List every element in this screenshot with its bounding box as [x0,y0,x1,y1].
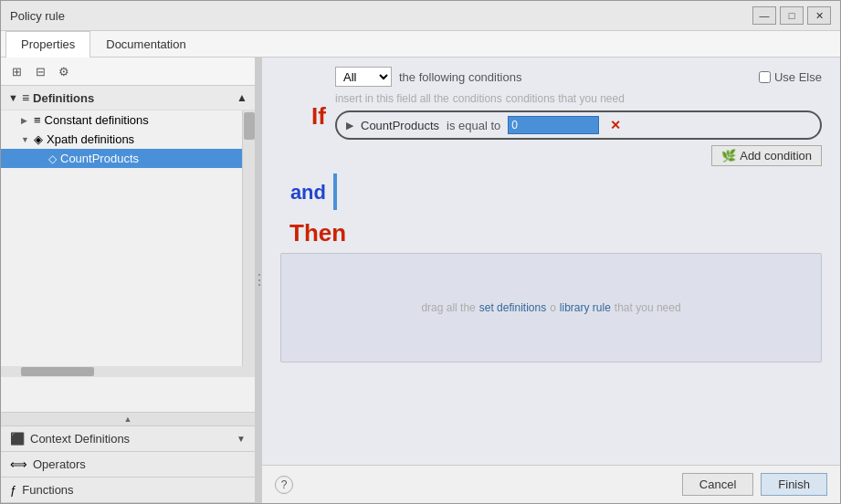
list-icon: ≡ [34,113,41,127]
context-definitions-label: Context Definitions [30,432,130,446]
if-keyword: If [280,102,326,131]
definitions-header: ▼ ≡ Definitions ▲ [1,86,255,110]
policy-rule-window: Policy rule — □ ✕ Properties Documentati… [0,0,841,504]
add-condition-row: 🌿 Add condition [335,145,822,166]
window-controls: — □ ✕ [752,6,831,25]
if-condition-container: All Any None the following conditions Us… [335,67,822,166]
tree-item-xpath-definitions[interactable]: ▼ ◈ Xpath definitions [1,130,242,149]
left-toolbar: ⊞ ⊟ ⚙ [1,58,255,86]
then-drop-area[interactable]: drag all the set definitions o library r… [280,253,822,362]
add-condition-icon: 🌿 [721,149,736,163]
tree-item-constant-definitions[interactable]: ▶ ≡ Constant definitions [1,110,242,130]
condition-row: ▶ CountProducts is equal to ✕ [335,110,822,140]
operators-label: Operators [33,457,86,471]
cancel-button[interactable]: Cancel [682,473,753,496]
variable-icon: ◇ [48,152,57,165]
maximize-button[interactable]: □ [780,6,804,25]
condition-top-row: All Any None the following conditions Us… [335,67,822,87]
grid-icon[interactable]: ⊞ [6,61,26,81]
panel-divider[interactable]: ⋮ [257,58,262,503]
section-context-definitions[interactable]: ⬛ Context Definitions ▼ [1,426,255,452]
conditions-hint: insert in this field all the [335,92,449,105]
main-content: ⊞ ⊟ ⚙ ▼ ≡ Definitions ▲ [1,58,840,503]
help-icon[interactable]: ? [275,476,293,494]
and-row: and [280,173,822,210]
chevron-right-icon: ▶ [21,116,30,125]
use-else-label: Use Else [774,70,822,84]
settings-icon[interactable]: ⚙ [54,61,74,81]
all-combo[interactable]: All Any None [335,67,392,87]
context-expand-icon: ▼ [237,434,246,444]
tree-container: ▶ ≡ Constant definitions ▼ ◈ Xpath defin… [1,110,255,366]
xpath-icon: ◈ [34,132,43,146]
footer-buttons: Cancel Finish [682,473,827,496]
then-hint2: set definitions [479,301,546,314]
condition-expand-icon[interactable]: ▶ [346,120,353,131]
list-icon: ≡ [22,90,29,105]
conditions-hint-area: insert in this field all the conditions … [335,92,822,105]
tree-scroll-thumb[interactable] [244,112,255,140]
chevron-down-icon: ▼ [21,135,30,144]
tab-properties[interactable]: Properties [5,31,90,58]
then-hint4: library rule [560,301,611,314]
window-title: Policy rule [10,9,65,23]
section-functions[interactable]: ƒ Functions [1,478,255,503]
use-else-checkbox[interactable] [759,71,771,83]
conditions-hint2: conditions that you need [506,92,625,105]
operators-icon: ⟺ [10,457,27,471]
tree-hscrollbar[interactable] [1,366,255,377]
conditions-label: conditions [453,92,502,105]
functions-label: Functions [22,483,73,497]
if-row: If All Any None the following conditions [280,67,822,173]
then-hint-area: drag all the set definitions o library r… [421,301,680,314]
tab-documentation[interactable]: Documentation [90,31,201,57]
close-button[interactable]: ✕ [807,6,831,25]
right-panel: If All Any None the following conditions [262,58,840,503]
tree-items: ▶ ≡ Constant definitions ▼ ◈ Xpath defin… [1,110,242,366]
count-products-label: CountProducts [60,152,139,165]
footer: ? Cancel Finish [262,465,840,503]
xpath-definitions-label: Xpath definitions [47,132,134,146]
title-bar: Policy rule — □ ✕ [1,1,840,31]
then-hint5: that you need [615,301,681,314]
tree-section: ▼ ≡ Definitions ▲ ▶ ≡ Constant definitio… [1,86,255,412]
then-hint1: drag all the [421,301,475,314]
then-keyword: Then [280,219,822,247]
then-hint3: o [550,301,556,314]
if-section: If All Any None the following conditions [280,67,822,210]
use-else-area: Use Else [759,70,822,84]
tree-item-count-products[interactable]: ◇ CountProducts [1,149,242,168]
section-operators[interactable]: ⟺ Operators [1,452,255,478]
then-section: Then drag all the set definitions o libr… [280,219,822,362]
panel-resize-handle[interactable]: ▲ [1,412,255,425]
following-conditions-text: the following conditions [399,70,521,84]
add-condition-label: Add condition [740,149,812,163]
layout-icon[interactable]: ⊟ [30,61,50,81]
definitions-label: Definitions [33,91,94,105]
bottom-sections: ⬛ Context Definitions ▼ ⟺ Operators ƒ Fu… [1,425,255,503]
and-keyword: and [280,173,326,205]
condition-value-input[interactable] [508,116,599,134]
left-panel: ⊞ ⊟ ⚙ ▼ ≡ Definitions ▲ [1,58,257,503]
collapse-up-icon: ▲ [124,415,132,424]
definitions-collapse-icon[interactable]: ▲ [237,91,247,104]
add-condition-button[interactable]: 🌿 Add condition [711,145,822,166]
definitions-expand-icon: ▼ [8,92,18,103]
tree-scrollbar[interactable] [242,110,255,366]
condition-operator: is equal to [447,119,500,132]
functions-icon: ƒ [10,483,16,497]
context-icon: ⬛ [10,432,25,446]
condition-delete-icon[interactable]: ✕ [610,118,621,132]
tab-bar: Properties Documentation [1,31,840,58]
minimize-button[interactable]: — [752,6,776,25]
condition-field: CountProducts [361,119,439,132]
finish-button[interactable]: Finish [761,473,827,496]
tree-hscroll-thumb[interactable] [21,367,94,376]
and-line [333,173,337,210]
right-content: If All Any None the following conditions [262,58,840,465]
constant-definitions-label: Constant definitions [45,113,149,127]
